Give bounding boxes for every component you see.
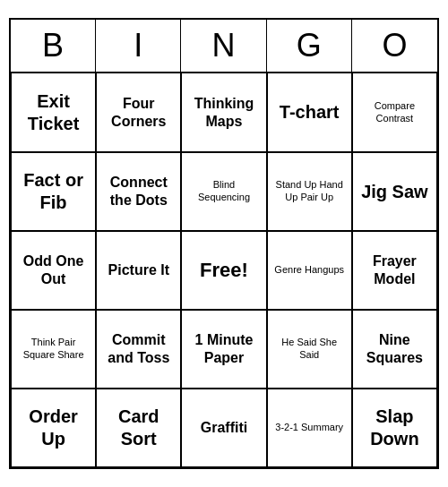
bingo-cell: Odd One Out [11, 231, 96, 310]
bingo-cell: Order Up [11, 389, 96, 467]
bingo-header: BINGO [11, 20, 437, 73]
bingo-cell: 1 Minute Paper [181, 310, 266, 389]
bingo-cell: Nine Squares [352, 310, 437, 389]
bingo-cell: Commit and Toss [96, 310, 181, 389]
bingo-cell: Fact or Fib [11, 152, 96, 231]
bingo-cell: T-chart [267, 73, 352, 152]
bingo-card: BINGO Exit TicketFour CornersThinking Ma… [9, 18, 439, 469]
bingo-grid: Exit TicketFour CornersThinking MapsT-ch… [11, 73, 437, 467]
bingo-cell: Graffiti [181, 389, 266, 467]
bingo-cell: Slap Down [352, 389, 437, 467]
bingo-cell: Card Sort [96, 389, 181, 467]
bingo-cell: Stand Up Hand Up Pair Up [267, 152, 352, 231]
header-letter: G [267, 20, 352, 72]
header-letter: O [352, 20, 437, 72]
bingo-cell: Picture It [96, 231, 181, 310]
bingo-cell: Thinking Maps [181, 73, 266, 152]
bingo-cell: Genre Hangups [267, 231, 352, 310]
bingo-cell: Jig Saw [352, 152, 437, 231]
bingo-cell: Exit Ticket [11, 73, 96, 152]
bingo-cell: Connect the Dots [96, 152, 181, 231]
header-letter: I [96, 20, 181, 72]
bingo-cell: Frayer Model [352, 231, 437, 310]
bingo-cell: Four Corners [96, 73, 181, 152]
bingo-cell: Compare Contrast [352, 73, 437, 152]
bingo-cell: Blind Sequencing [181, 152, 266, 231]
bingo-cell: 3-2-1 Summary [267, 389, 352, 467]
bingo-cell: Free! [181, 231, 266, 310]
bingo-cell: He Said She Said [267, 310, 352, 389]
header-letter: N [181, 20, 266, 72]
bingo-cell: Think Pair Square Share [11, 310, 96, 389]
header-letter: B [11, 20, 96, 72]
